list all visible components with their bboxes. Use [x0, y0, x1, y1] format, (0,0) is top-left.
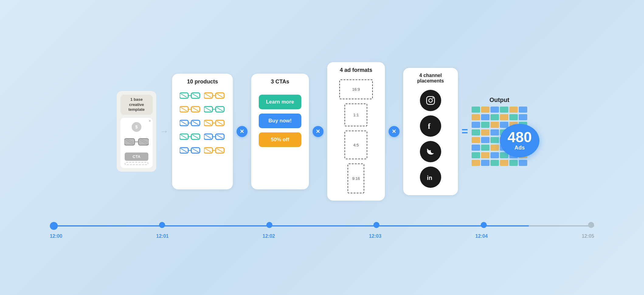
- svg-line-57: [205, 149, 211, 152]
- timeline-dot-2[interactable]: [266, 222, 272, 228]
- timeline-container: 12:00 12:01 12:02 12:03 12:04 12:05: [38, 219, 606, 239]
- output-cell: [519, 107, 527, 113]
- format-4-5: 4:5: [345, 131, 367, 159]
- output-cell: [481, 160, 490, 166]
- format-ratio-3: 4:5: [353, 143, 359, 147]
- format-1-1: 1:1: [345, 104, 367, 126]
- products-label: 10 products: [187, 79, 218, 85]
- svg-point-61: [432, 97, 434, 99]
- output-cell: [472, 122, 480, 128]
- output-cell: [490, 107, 499, 113]
- cta-buttons-list: Learn more Buy now! 50% off: [259, 89, 302, 153]
- glasses-item: [204, 91, 225, 102]
- timeline-label-3: 12:03: [369, 234, 381, 239]
- svg-line-38: [217, 121, 223, 125]
- timeline-dot-5[interactable]: [588, 222, 594, 228]
- svg-text:f: f: [428, 122, 431, 131]
- template-card: 1 base creative template × $ CTA: [117, 91, 156, 172]
- timeline-label-0: 12:00: [50, 234, 62, 239]
- output-cell: [472, 137, 480, 143]
- format-ratio-2: 1:1: [353, 113, 359, 117]
- glasses-item: [204, 118, 225, 129]
- template-label: 1 base creative template: [120, 95, 153, 115]
- channels-card: 4 channel placements f: [403, 68, 458, 195]
- svg-line-32: [181, 121, 187, 125]
- output-cell: [509, 160, 518, 166]
- output-cell: [490, 152, 499, 158]
- products-card: 10 products: [172, 74, 233, 189]
- glasses-item: [204, 132, 225, 143]
- x-icon-1: ✕: [240, 128, 244, 135]
- svg-line-28: [217, 107, 223, 111]
- multiply-connector-3: ✕: [389, 126, 400, 137]
- linkedin-icon: in: [420, 167, 441, 188]
- glasses-item: [180, 118, 201, 129]
- cta-buy-now[interactable]: Buy now!: [259, 114, 302, 128]
- output-cell: [481, 129, 490, 135]
- svg-line-48: [217, 135, 223, 139]
- timeline-label-1: 12:01: [156, 234, 169, 239]
- glasses-item: [180, 91, 201, 102]
- glasses-item: [180, 146, 201, 156]
- dollar-icon: $: [132, 122, 141, 132]
- formats-card: 4 ad formats 16:9 1:1 4:5 9:16: [327, 62, 385, 201]
- format-ratio-4: 9:16: [352, 176, 360, 181]
- output-cell: [481, 107, 490, 113]
- multiply-connector-2: ✕: [313, 126, 324, 137]
- template-glasses-icon: [124, 136, 149, 148]
- x-icon-2: ✕: [316, 128, 320, 135]
- timeline-label-2: 12:02: [263, 234, 275, 239]
- output-cell: [481, 152, 490, 158]
- output-cell: [500, 107, 508, 113]
- output-cell: [472, 129, 480, 135]
- formats-list: 16:9 1:1 4:5 9:16: [332, 77, 380, 196]
- glasses-item: [180, 105, 201, 115]
- svg-point-60: [429, 99, 432, 102]
- equals-sign: =: [462, 125, 468, 138]
- svg-line-42: [181, 135, 187, 139]
- timeline-labels: 12:00 12:01 12:02 12:03 12:04 12:05: [50, 234, 594, 239]
- svg-line-23: [192, 107, 199, 111]
- output-cell: [519, 160, 527, 166]
- cta-discount[interactable]: 50% off: [259, 132, 302, 147]
- output-cell: [472, 107, 480, 113]
- glasses-item: [180, 132, 201, 143]
- glasses-item: [204, 105, 225, 115]
- svg-line-27: [205, 107, 211, 111]
- ctas-label: 3 CTAs: [271, 79, 289, 85]
- output-count-bubble: 480 Ads: [500, 124, 539, 157]
- instagram-icon: [420, 90, 441, 111]
- output-cell: [472, 152, 480, 158]
- output-cell: [472, 114, 480, 120]
- svg-line-37: [205, 121, 211, 125]
- timeline-label-5: 12:05: [582, 234, 594, 239]
- output-cell: [490, 114, 499, 120]
- output-cell: [500, 160, 508, 166]
- output-cell: [500, 114, 508, 120]
- svg-line-43: [192, 135, 199, 139]
- output-cell: [490, 145, 499, 151]
- format-16-9: 16:9: [339, 79, 373, 99]
- output-count: 480: [507, 130, 532, 145]
- output-cell: [481, 137, 490, 143]
- close-icon[interactable]: ×: [149, 119, 151, 123]
- timeline-dot-3[interactable]: [373, 222, 379, 228]
- output-cell: [472, 145, 480, 151]
- output-cell: [490, 122, 499, 128]
- multiply-connector-1: ✕: [237, 126, 248, 137]
- format-ratio-1: 16:9: [352, 87, 360, 92]
- svg-line-12: [181, 94, 187, 97]
- timeline-track: [50, 222, 594, 230]
- output-cell: [490, 160, 499, 166]
- timeline-dot-4[interactable]: [481, 222, 487, 228]
- output-area: Output: [472, 97, 527, 167]
- timeline-dot-0[interactable]: [50, 222, 58, 230]
- timeline-dot-1[interactable]: [159, 222, 165, 228]
- template-inner: × $ CTA: [120, 118, 153, 168]
- format-9-16: 9:16: [348, 163, 364, 193]
- output-cell: [490, 129, 499, 135]
- output-cell: [500, 122, 508, 128]
- cta-learn-more[interactable]: Learn more: [259, 95, 302, 109]
- arrow-icon-1: →: [160, 127, 168, 136]
- output-cell: [481, 145, 490, 151]
